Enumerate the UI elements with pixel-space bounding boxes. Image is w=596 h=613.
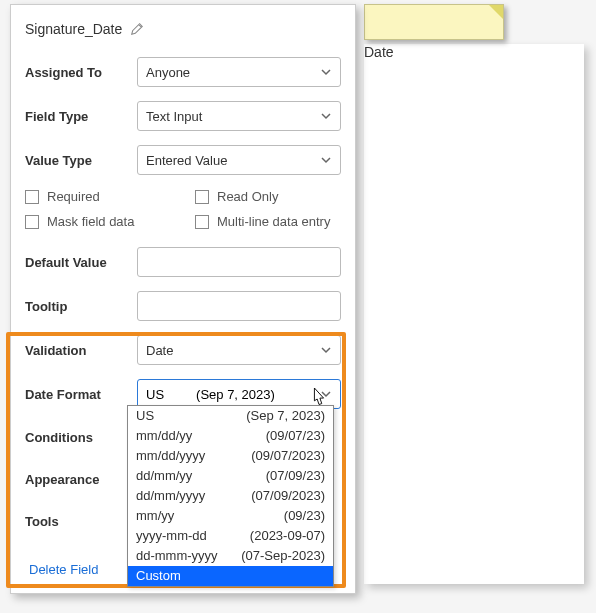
required-checkbox[interactable] [25, 190, 39, 204]
date-format-sample: (Sep 7, 2023) [196, 387, 275, 402]
option-sample: (09/23) [284, 507, 325, 525]
option-name: mm/dd/yyyy [136, 447, 205, 465]
field-preview[interactable] [364, 4, 504, 40]
option-sample: (09/07/23) [266, 427, 325, 445]
chevron-down-icon [320, 66, 332, 78]
date-format-option[interactable]: mm/dd/yy(09/07/23) [128, 426, 333, 446]
option-sample: (07/09/23) [266, 467, 325, 485]
page-shadow [364, 44, 584, 584]
chevron-down-icon [320, 110, 332, 122]
edit-name-icon[interactable] [130, 22, 144, 36]
option-sample: (07-Sep-2023) [241, 547, 325, 565]
option-name: dd-mmm-yyyy [136, 547, 218, 565]
field-type-label: Field Type [25, 109, 137, 124]
fold-corner-icon [489, 5, 503, 19]
default-value-label: Default Value [25, 255, 137, 270]
validation-label: Validation [25, 343, 137, 358]
option-name: Custom [136, 567, 181, 585]
multiline-checkbox[interactable] [195, 215, 209, 229]
mask-label: Mask field data [47, 214, 134, 229]
date-format-option[interactable]: US(Sep 7, 2023) [128, 406, 333, 426]
date-format-option[interactable]: mm/dd/yyyy(09/07/2023) [128, 446, 333, 466]
delete-field-link[interactable]: Delete Field [29, 562, 98, 577]
appearance-label: Appearance [25, 472, 137, 487]
preview-label: Date [364, 44, 394, 60]
conditions-label: Conditions [25, 430, 137, 445]
option-name: mm/yy [136, 507, 174, 525]
option-name: dd/mm/yyyy [136, 487, 205, 505]
tooltip-input[interactable] [137, 291, 341, 321]
date-format-name: US [146, 387, 164, 402]
option-sample: (09/07/2023) [251, 447, 325, 465]
value-type-label: Value Type [25, 153, 137, 168]
chevron-down-icon [320, 154, 332, 166]
cursor-pointer-icon [308, 386, 330, 412]
option-name: yyyy-mm-dd [136, 527, 207, 545]
date-format-option[interactable]: Custom [128, 566, 333, 586]
date-format-option[interactable]: dd/mm/yyyy(07/09/2023) [128, 486, 333, 506]
assigned-to-label: Assigned To [25, 65, 137, 80]
assigned-to-select[interactable]: Anyone [137, 57, 341, 87]
value-type-select[interactable]: Entered Value [137, 145, 341, 175]
value-type-value: Entered Value [146, 153, 227, 168]
tooltip-label: Tooltip [25, 299, 137, 314]
required-label: Required [47, 189, 100, 204]
option-name: dd/mm/yy [136, 467, 192, 485]
validation-value: Date [146, 343, 173, 358]
date-format-option[interactable]: dd/mm/yy(07/09/23) [128, 466, 333, 486]
field-type-value: Text Input [146, 109, 202, 124]
option-sample: (2023-09-07) [250, 527, 325, 545]
date-format-option[interactable]: yyyy-mm-dd(2023-09-07) [128, 526, 333, 546]
mask-checkbox[interactable] [25, 215, 39, 229]
readonly-label: Read Only [217, 189, 278, 204]
tools-label: Tools [25, 514, 137, 529]
date-format-dropdown[interactable]: US(Sep 7, 2023)mm/dd/yy(09/07/23)mm/dd/y… [127, 405, 334, 587]
chevron-down-icon [320, 344, 332, 356]
option-sample: (07/09/2023) [251, 487, 325, 505]
option-name: US [136, 407, 154, 425]
option-name: mm/dd/yy [136, 427, 192, 445]
field-title: Signature_Date [25, 21, 122, 37]
date-format-option[interactable]: dd-mmm-yyyy(07-Sep-2023) [128, 546, 333, 566]
field-type-select[interactable]: Text Input [137, 101, 341, 131]
date-format-option[interactable]: mm/yy(09/23) [128, 506, 333, 526]
readonly-checkbox[interactable] [195, 190, 209, 204]
default-value-input[interactable] [137, 247, 341, 277]
date-format-label: Date Format [25, 387, 137, 402]
multiline-label: Multi-line data entry [217, 214, 330, 229]
validation-select[interactable]: Date [137, 335, 341, 365]
assigned-to-value: Anyone [146, 65, 190, 80]
